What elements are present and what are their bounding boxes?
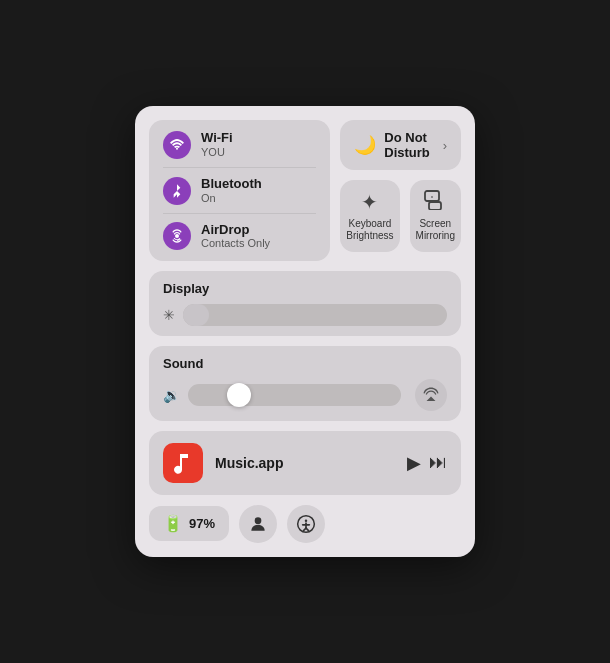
- svg-point-0: [175, 234, 179, 238]
- bluetooth-status: On: [201, 192, 262, 205]
- svg-point-4: [255, 517, 262, 524]
- airdrop-icon: [169, 228, 185, 244]
- dnd-label: Do Not Disturb: [384, 130, 434, 160]
- wifi-icon-bg: [163, 131, 191, 159]
- music-panel: Music.app ▶ ⏭: [149, 431, 461, 495]
- airdrop-label: AirDrop: [201, 222, 270, 238]
- dnd-icon: 🌙: [354, 134, 376, 156]
- airplay-icon: [422, 386, 440, 404]
- display-slider-row: ✳: [163, 304, 447, 326]
- music-app-label: Music.app: [215, 455, 395, 471]
- wifi-status: YOU: [201, 146, 233, 159]
- divider-2: [163, 213, 316, 214]
- bluetooth-text: Bluetooth On: [201, 176, 262, 205]
- keyboard-brightness-label: KeyboardBrightness: [346, 218, 393, 242]
- accessibility-icon: [296, 514, 316, 534]
- sound-slider-row: 🔉: [163, 379, 447, 411]
- svg-rect-2: [429, 202, 441, 210]
- music-note-icon: [171, 451, 195, 475]
- control-center: Wi-Fi YOU Bluetooth On: [135, 106, 475, 556]
- wifi-item[interactable]: Wi-Fi YOU: [163, 130, 316, 159]
- screen-mirroring-icon: [424, 190, 446, 214]
- fast-forward-button[interactable]: ⏭: [429, 452, 447, 473]
- dnd-panel[interactable]: 🌙 Do Not Disturb ›: [340, 120, 461, 170]
- music-app-icon: [163, 443, 203, 483]
- battery-icon: 🔋: [163, 514, 183, 533]
- sound-panel: Sound 🔉: [149, 346, 461, 421]
- battery-percentage: 97%: [189, 516, 215, 531]
- bluetooth-label: Bluetooth: [201, 176, 262, 192]
- wifi-icon: [169, 137, 185, 153]
- display-panel: Display ✳: [149, 271, 461, 336]
- airplay-button[interactable]: [415, 379, 447, 411]
- wifi-text: Wi-Fi YOU: [201, 130, 233, 159]
- svg-point-6: [305, 519, 308, 522]
- screen-mirroring-button[interactable]: ScreenMirroring: [410, 180, 461, 252]
- divider-1: [163, 167, 316, 168]
- play-button[interactable]: ▶: [407, 452, 421, 474]
- svg-rect-1: [425, 191, 439, 201]
- wifi-label: Wi-Fi: [201, 130, 233, 146]
- screen-mirroring-label: ScreenMirroring: [416, 218, 455, 242]
- battery-button[interactable]: 🔋 97%: [149, 506, 229, 541]
- user-icon: [248, 514, 268, 534]
- airdrop-item[interactable]: AirDrop Contacts Only: [163, 222, 316, 251]
- bottom-bar: 🔋 97%: [149, 505, 461, 543]
- user-account-button[interactable]: [239, 505, 277, 543]
- bluetooth-item[interactable]: Bluetooth On: [163, 176, 316, 205]
- airdrop-status: Contacts Only: [201, 237, 270, 250]
- accessibility-button[interactable]: [287, 505, 325, 543]
- brightness-fill: [183, 304, 209, 326]
- svg-line-10: [306, 528, 309, 531]
- display-title: Display: [163, 281, 447, 296]
- keyboard-brightness-icon: ✦: [361, 190, 378, 214]
- volume-icon: 🔉: [163, 387, 180, 403]
- music-controls: ▶ ⏭: [407, 452, 447, 474]
- volume-slider[interactable]: [188, 384, 401, 406]
- sound-title: Sound: [163, 356, 447, 371]
- connectivity-panel: Wi-Fi YOU Bluetooth On: [149, 120, 330, 260]
- brightness-icon: ✳: [163, 307, 175, 323]
- right-top: 🌙 Do Not Disturb › ✦ KeyboardBrightness: [340, 120, 461, 260]
- bluetooth-icon: [169, 183, 185, 199]
- airdrop-icon-bg: [163, 222, 191, 250]
- top-row: Wi-Fi YOU Bluetooth On: [149, 120, 461, 260]
- keyboard-brightness-button[interactable]: ✦ KeyboardBrightness: [340, 180, 399, 252]
- volume-thumb: [227, 383, 251, 407]
- bluetooth-icon-bg: [163, 177, 191, 205]
- airdrop-text: AirDrop Contacts Only: [201, 222, 270, 251]
- dnd-chevron: ›: [443, 138, 447, 153]
- brightness-slider[interactable]: [183, 304, 447, 326]
- quick-buttons: ✦ KeyboardBrightness ScreenMirroring: [340, 180, 461, 252]
